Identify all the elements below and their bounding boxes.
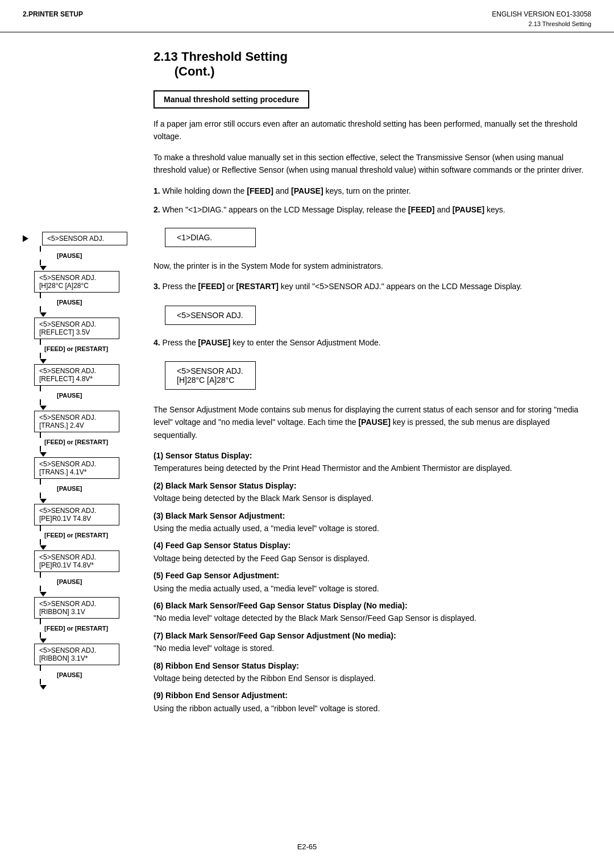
arrow-line [40, 479, 41, 485]
arrow-line [40, 619, 41, 624]
arrow-line [40, 306, 41, 312]
flow-label-feed-1: [FEED] or [RESTART] [44, 345, 108, 352]
arrow-line [40, 260, 41, 265]
flow-label-feed-4: [FEED] or [RESTART] [44, 625, 108, 632]
step-4-num: 4. [154, 338, 160, 347]
arrow-down-icon [40, 359, 47, 364]
arrow-line [40, 293, 41, 298]
submenu-body-1: Temperatures being detected by the Print… [154, 464, 512, 473]
flow-box-7: <5>SENSOR ADJ.[PE]R0.1V T4.8V [34, 504, 119, 525]
submenu-item-4: (4) Feed Gap Sensor Status Display: Volt… [154, 539, 591, 565]
arrow-down-icon [40, 406, 47, 410]
arrow-down-icon [40, 499, 47, 503]
pause-key-inline: [PAUSE] [358, 418, 391, 427]
arrow-line [40, 665, 41, 671]
arrow-line [40, 525, 41, 531]
pause-key-1: [PAUSE] [291, 186, 323, 195]
arrow-down-icon [40, 545, 47, 550]
section-title: 2.13 Threshold Setting (Cont.) [154, 49, 591, 79]
page-number: E2-65 [297, 842, 317, 851]
submenu-body-7: "No media level" voltage is stored. [154, 644, 274, 653]
sensor-adj-lcd-box-1: <5>SENSOR ADJ. [165, 306, 256, 325]
submenu-body-5: Using the media actually used, a "media … [154, 584, 379, 593]
step-2-num: 2. [154, 205, 160, 214]
page-footer: E2-65 [0, 837, 614, 857]
arrow-down-icon [40, 312, 47, 317]
submenu-body-6: "No media level" voltage detected by the… [154, 614, 476, 623]
submenu-item-1: (1) Sensor Status Display: Temperatures … [154, 449, 591, 475]
submenu-item-3: (3) Black Mark Sensor Adjustment: Using … [154, 510, 591, 535]
submenu-body-2: Voltage being detected by the Black Mark… [154, 494, 374, 503]
submenu-item-6: (6) Black Mark Sensor/Feed Gap Sensor St… [154, 599, 591, 625]
step-1-num: 1. [154, 186, 160, 195]
flow-box-4: <5>SENSOR ADJ.[REFLECT] 4.8V* [34, 364, 119, 386]
main-content: <5>SENSOR ADJ. [PAUSE] <5>SENSOR ADJ.[H]… [0, 32, 614, 736]
header-left: 2.PRINTER SETUP [23, 10, 83, 18]
sensor-adj-lcd-box-2: <5>SENSOR ADJ. [H]28°C [A]28°C [165, 361, 256, 390]
arrow-line [40, 246, 41, 252]
arrow-line [40, 493, 41, 498]
arrow-right-icon [23, 235, 28, 242]
section-number: 2.13 [154, 49, 181, 64]
arrow-line [40, 432, 41, 438]
flow-label-pause-3: [PAUSE] [57, 392, 82, 399]
flow-label-pause-5: [PAUSE] [57, 578, 82, 585]
now-text: Now, the printer is in the System Mode f… [154, 260, 591, 272]
flow-box-1: <5>SENSOR ADJ. [42, 232, 127, 245]
section-label: 2.13 Threshold Setting [492, 20, 591, 27]
submenu-item-2: (2) Black Mark Sensor Status Display: Vo… [154, 479, 591, 505]
arrow-line [40, 539, 41, 545]
arrow-line [40, 399, 41, 405]
submenu-item-8: (8) Ribbon End Sensor Status Display: Vo… [154, 660, 591, 685]
flow-row-1: <5>SENSOR ADJ. [23, 232, 127, 245]
submenu-body-3: Using the media actually used, a "media … [154, 524, 379, 533]
submenu-item-9: (9) Ribbon End Sensor Adjustment: Using … [154, 689, 591, 715]
flow-label-pause-4: [PAUSE] [57, 485, 82, 492]
sensor-para: The Sensor Adjustment Mode contains sub … [154, 403, 591, 441]
diag-lcd-box: <1>DIAG. [165, 228, 256, 247]
submenu-body-8: Voltage being detected by the Ribbon End… [154, 674, 376, 683]
arrow-down-icon [40, 685, 47, 690]
arrow-line [40, 572, 41, 578]
step-3-num: 3. [154, 282, 160, 291]
arrow-line [40, 679, 41, 685]
flow-label-pause-1: [PAUSE] [57, 252, 82, 259]
page: 2.PRINTER SETUP ENGLISH VERSION EO1-3305… [0, 0, 614, 868]
arrow-line [40, 586, 41, 591]
steps-list: 1. While holding down the [FEED] and [PA… [154, 185, 591, 216]
right-column: 2.13 Threshold Setting (Cont.) Manual th… [148, 49, 591, 719]
arrow-down-icon [40, 639, 47, 643]
header-right: ENGLISH VERSION EO1-33058 2.13 Threshold… [492, 10, 591, 27]
flow-label-feed-2: [FEED] or [RESTART] [44, 439, 108, 445]
flow-box-9: <5>SENSOR ADJ.[RIBBON] 3.1V [34, 597, 119, 619]
arrow-down-icon [40, 592, 47, 596]
pause-key-3: [PAUSE] [198, 338, 231, 347]
sensor-lcd-line2: [H]28°C [A]28°C [177, 375, 234, 385]
sensor-lcd-line1: <5>SENSOR ADJ. [177, 366, 243, 375]
flow-label-pause-6: [PAUSE] [57, 671, 82, 678]
arrow-down-icon [40, 266, 47, 270]
pause-key-2: [PAUSE] [453, 205, 485, 214]
submenu-item-7: (7) Black Mark Sensor/Feed Gap Sensor Ad… [154, 629, 591, 655]
arrow-line [40, 339, 41, 345]
arrow-line [40, 446, 41, 452]
restart-key-1: [RESTART] [237, 282, 279, 291]
arrow-line [40, 386, 41, 391]
submenu-body-4: Voltage being detected by the Feed Gap S… [154, 554, 370, 563]
paragraph-2: To make a threshold value manually set i… [154, 151, 591, 177]
feed-key-3: [FEED] [198, 282, 225, 291]
flow-box-6: <5>SENSOR ADJ.[TRANS.] 4.1V* [34, 457, 119, 479]
flow-box-3: <5>SENSOR ADJ.[REFLECT] 3.5V [34, 318, 119, 339]
step-2: 2. When "<1>DIAG." appears on the LCD Me… [154, 203, 591, 216]
arrow-down-icon [40, 452, 47, 457]
submenu-body-9: Using the ribbon actually used, a "ribbo… [154, 704, 380, 713]
flow-diagram-column: <5>SENSOR ADJ. [PAUSE] <5>SENSOR ADJ.[H]… [23, 49, 148, 719]
manual-threshold-box: Manual threshold setting procedure [154, 90, 309, 108]
step-1: 1. While holding down the [FEED] and [PA… [154, 185, 591, 198]
step-3: 3. Press the [FEED] or [RESTART] key unt… [154, 280, 591, 293]
flow-label-pause-2: [PAUSE] [57, 299, 82, 306]
flow-box-5: <5>SENSOR ADJ.[TRANS.] 2.4V [34, 411, 119, 432]
version-label: ENGLISH VERSION EO1-33058 [492, 10, 591, 18]
arrow-line [40, 353, 41, 358]
header: 2.PRINTER SETUP ENGLISH VERSION EO1-3305… [0, 0, 614, 32]
